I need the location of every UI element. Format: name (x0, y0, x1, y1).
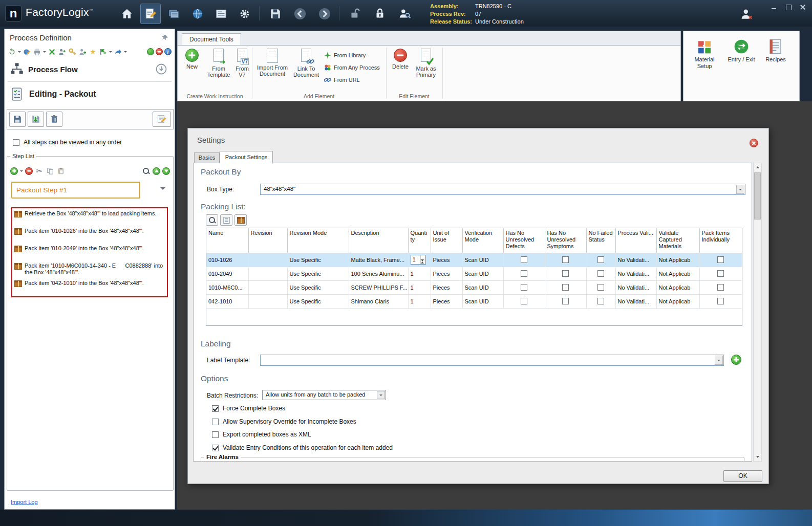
column-header-name[interactable]: Name (206, 228, 248, 253)
export-xml-checkbox[interactable] (212, 431, 219, 438)
column-header-revision-mode[interactable]: Revision Mode (287, 228, 349, 253)
work-instructions-button[interactable] (140, 4, 161, 24)
batch-restrictions-dropdown-button[interactable] (377, 391, 385, 399)
item-list-button[interactable] (220, 214, 232, 226)
maximize-button[interactable] (785, 4, 792, 10)
dialog-close-icon[interactable] (750, 139, 758, 147)
box-type-dropdown-button[interactable] (736, 185, 744, 194)
move-step-up-icon[interactable] (153, 167, 160, 175)
undo-menu-caret[interactable] (18, 51, 21, 53)
from-url-button[interactable]: From URL (324, 76, 360, 83)
failed-status-checkbox[interactable] (597, 284, 604, 291)
import-from-document-button[interactable]: Import From Document (255, 49, 289, 77)
pack-individually-checkbox[interactable] (717, 284, 724, 291)
tab-packout-settings[interactable]: Packout Settings (220, 151, 273, 164)
print-menu-caret[interactable] (43, 51, 46, 53)
column-header-description[interactable]: Description (349, 228, 408, 253)
find-user-button[interactable] (394, 4, 415, 24)
user-add-icon[interactable] (78, 48, 87, 56)
validate-entry-conditions-option[interactable]: Validate Entry Conditions of this operat… (212, 444, 393, 451)
defects-checkbox[interactable] (521, 256, 527, 263)
process-button[interactable] (164, 4, 184, 24)
spin-down-icon[interactable] (421, 261, 425, 267)
symptoms-checkbox[interactable] (562, 298, 569, 304)
close-button[interactable] (800, 4, 806, 10)
zoom-step-icon[interactable] (142, 167, 151, 176)
tab-basics[interactable]: Basics (194, 152, 220, 163)
stop-icon[interactable] (156, 48, 163, 55)
back-button[interactable] (290, 4, 310, 24)
quantity-stepper[interactable]: 1 (411, 255, 426, 265)
home-button[interactable] (117, 4, 137, 24)
edit-properties-button[interactable] (153, 112, 171, 127)
add-step-icon[interactable] (10, 167, 18, 175)
pack-individually-checkbox[interactable] (717, 256, 724, 263)
import-log-link[interactable]: Import Log (11, 499, 38, 505)
pin-icon[interactable] (161, 34, 168, 41)
column-header-verification-mode[interactable]: Verification Mode (462, 228, 503, 253)
export-xml-option[interactable]: Export completed boxes as XML (212, 431, 311, 438)
supervisory-override-checkbox[interactable] (212, 419, 219, 425)
symptoms-checkbox[interactable] (562, 256, 569, 263)
save-button[interactable] (265, 4, 286, 24)
force-complete-boxes-option[interactable]: Force Complete Boxes (212, 405, 285, 412)
add-step-caret[interactable] (20, 170, 23, 172)
explore-button[interactable] (187, 4, 208, 24)
failed-status-checkbox[interactable] (597, 298, 604, 304)
step-expand-chevron-icon[interactable] (160, 187, 166, 190)
scrollbar-thumb[interactable] (754, 172, 761, 220)
from-library-button[interactable]: From Library (324, 52, 366, 59)
column-header-unit-of-issue[interactable]: Unit of Issue (431, 228, 462, 253)
list-item[interactable]: Pack item '1010-M6C010-14-340 - E C08828… (13, 262, 166, 279)
list-item[interactable]: Pack item '010-1026' into the Box '48"x4… (13, 227, 166, 245)
force-complete-boxes-checkbox[interactable] (212, 405, 219, 412)
from-v7-button[interactable]: V7 From V7 (233, 49, 251, 78)
link-to-document-button[interactable]: Link To Document (291, 49, 321, 78)
remove-step-icon[interactable] (25, 167, 33, 175)
move-step-down-icon[interactable] (162, 167, 170, 175)
batch-restrictions-dropdown[interactable]: Allow units from any batch to be packed (262, 390, 386, 400)
unlock-button[interactable] (345, 4, 366, 24)
selected-step[interactable]: Packout Step #1 (11, 182, 140, 199)
tab-document-tools[interactable]: Document Tools (182, 33, 241, 46)
defects-checkbox[interactable] (521, 284, 527, 291)
add-label-template-button[interactable] (731, 355, 741, 365)
cut-step-icon[interactable]: ✂ (35, 167, 44, 176)
flags-icon[interactable] (99, 48, 108, 56)
table-row[interactable]: 010-2049 Use Specific 100 Series Aluminu… (206, 267, 742, 280)
pack-individually-checkbox[interactable] (717, 270, 724, 277)
table-row[interactable]: 010-1026 Use Specific Matte Black, Frame… (206, 253, 742, 267)
undo-icon[interactable] (8, 48, 16, 56)
material-setup-button[interactable]: Material Setup (688, 38, 721, 70)
column-header-revision[interactable]: Revision (248, 228, 287, 253)
pack-individually-checkbox[interactable] (717, 298, 724, 304)
delete-green-icon[interactable] (48, 48, 56, 56)
share-menu-caret[interactable] (124, 51, 127, 53)
validate-entry-conditions-checkbox[interactable] (212, 445, 219, 451)
forward-button[interactable] (314, 4, 335, 24)
web-edit-icon[interactable] (23, 48, 31, 56)
collapse-circle-icon[interactable] (155, 63, 167, 75)
key-icon[interactable] (68, 48, 77, 56)
import-document-button[interactable] (28, 112, 44, 127)
dialog-scrollbar[interactable] (753, 163, 762, 462)
box-type-dropdown[interactable]: 48"x48"x48" (260, 184, 745, 195)
export-box-button[interactable] (234, 214, 247, 226)
info-icon[interactable]: i (164, 48, 172, 55)
failed-status-checkbox[interactable] (597, 256, 604, 263)
flags-menu-caret[interactable] (109, 51, 112, 53)
supervisory-override-option[interactable]: Allow Supervisory Override for Incomplet… (212, 418, 356, 425)
defects-checkbox[interactable] (521, 298, 527, 304)
sync-icon[interactable] (147, 48, 154, 55)
process-flow-label[interactable]: Process Flow (28, 65, 78, 74)
news-button[interactable] (211, 4, 231, 24)
list-item[interactable]: Pack item '042-1010' into the Box '48"x4… (13, 279, 166, 297)
list-item[interactable]: Pack item '010-2049' into the Box '48"x4… (13, 245, 166, 262)
symptoms-checkbox[interactable] (562, 270, 569, 277)
column-header-pack-items-individually[interactable]: Pack Items Individually (699, 228, 742, 253)
from-any-process-button[interactable]: From Any Process (324, 64, 380, 71)
view-order-option[interactable]: All steps can be viewed in any order (13, 139, 122, 146)
failed-status-checkbox[interactable] (597, 270, 604, 277)
lock-permissions-button[interactable] (370, 4, 390, 24)
scroll-down-button[interactable] (754, 453, 761, 461)
